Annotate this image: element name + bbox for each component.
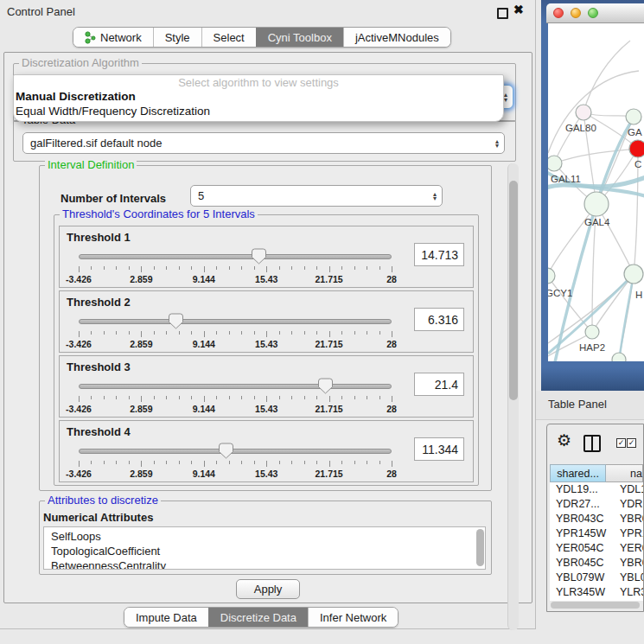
slider-tick xyxy=(379,331,380,335)
apply-button[interactable]: Apply xyxy=(236,579,300,599)
threshold-panel: Threshold 4 -3.4262.8599.14415.4321.7152… xyxy=(59,420,474,482)
gear-icon[interactable]: ⚙ xyxy=(557,430,571,450)
slider-tick xyxy=(304,266,305,270)
slider-tick xyxy=(266,461,267,467)
slider-tick xyxy=(116,461,117,464)
slider-track[interactable] xyxy=(79,384,392,389)
threshold-value-field[interactable]: 6.316 xyxy=(414,308,464,331)
slider-tick xyxy=(241,461,242,464)
column-header-name[interactable]: na xyxy=(606,464,643,482)
table-row[interactable]: YPR145WYPR1 xyxy=(550,526,643,541)
slider-tick xyxy=(354,461,355,464)
panel-scrollbar[interactable] xyxy=(507,163,519,630)
network-node-gcy1[interactable] xyxy=(548,268,555,284)
slider-tick xyxy=(392,396,392,402)
slider-scale-label: 28 xyxy=(386,339,397,349)
slider-track[interactable] xyxy=(79,254,392,259)
threshold-slider[interactable]: -3.4262.8599.14415.4321.71528 xyxy=(79,245,392,285)
network-node-gal4[interactable] xyxy=(584,192,609,216)
slider-tick xyxy=(104,331,105,335)
slider-thumb[interactable] xyxy=(219,443,233,459)
list-scrollbar[interactable] xyxy=(476,529,484,566)
table-row[interactable]: YDL19...YDL1 xyxy=(550,482,643,497)
table-row[interactable]: YIL052CYIL0 xyxy=(550,600,643,601)
tab-label: Cyni Toolbox xyxy=(268,31,332,44)
table-panel-bar: Table Panel xyxy=(536,391,644,420)
cell-shared-name: YBL079W xyxy=(550,571,611,585)
tab-impute-data[interactable]: Impute Data xyxy=(124,608,208,627)
slider-tick xyxy=(79,396,80,402)
threshold-slider[interactable]: -3.4262.8599.14415.4321.71528 xyxy=(79,440,392,480)
tab-discretize-data[interactable]: Discretize Data xyxy=(208,608,308,627)
dropdown-option-manual-discretization[interactable]: Manual Discretization xyxy=(14,89,503,104)
threshold-value-field[interactable]: 11.344 xyxy=(414,437,464,461)
network-node-hap2[interactable] xyxy=(585,325,599,339)
tab-select[interactable]: Select xyxy=(201,28,256,47)
table-data-combobox[interactable]: galFiltered.sif default node ▴▾ xyxy=(22,132,505,154)
slider-track[interactable] xyxy=(79,319,392,324)
dropdown-option-equal-width-frequency-discretization[interactable]: Equal Width/Frequency Discretization xyxy=(14,104,503,118)
network-node-gal80[interactable] xyxy=(576,105,591,120)
slider-tick xyxy=(329,396,330,402)
network-window-titlebar[interactable] xyxy=(546,3,644,23)
restore-window-icon[interactable] xyxy=(497,8,508,19)
slider-tick xyxy=(79,461,80,467)
slider-tick xyxy=(291,396,292,399)
network-canvas[interactable]: GAL80GACGAL11GAL4GCY1HHAP2 xyxy=(548,23,644,361)
zoom-traffic-light-icon[interactable] xyxy=(588,8,598,18)
slider-tick xyxy=(254,266,255,270)
cell-shared-name: YER054C xyxy=(550,541,611,556)
threshold-value-field[interactable]: 14.713 xyxy=(414,243,464,266)
network-node-ga[interactable] xyxy=(626,109,641,124)
slider-scale-label: 2.859 xyxy=(130,469,152,479)
slider-tick xyxy=(104,266,105,270)
table-row[interactable]: YDR27...YDR2 xyxy=(550,497,643,512)
column-header-shared-name[interactable]: shared... xyxy=(550,464,606,482)
network-node-c[interactable] xyxy=(629,140,644,157)
tab-label: Infer Network xyxy=(320,611,386,624)
threshold-slider[interactable]: -3.4262.8599.14415.4321.71528 xyxy=(79,310,392,350)
slider-tick xyxy=(204,461,205,467)
thresholds-group: Threshold's Coordinates for 5 Intervals … xyxy=(54,214,479,486)
checkbox-icon[interactable]: ✓ xyxy=(616,438,626,448)
tab-style[interactable]: Style xyxy=(153,28,201,47)
slider-tick xyxy=(91,331,92,335)
slider-track[interactable] xyxy=(79,449,392,454)
number-of-intervals-combobox[interactable]: 5 ▴▾ xyxy=(190,185,443,207)
threshold-value-field[interactable]: 21.4 xyxy=(414,373,464,396)
slider-scale-label: 15.43 xyxy=(255,469,277,479)
network-node[interactable] xyxy=(612,353,626,361)
minimize-traffic-light-icon[interactable] xyxy=(571,8,581,18)
slider-thumb[interactable] xyxy=(318,378,333,394)
close-traffic-light-icon[interactable] xyxy=(553,8,564,18)
attribute-item-betweennesscentrality[interactable]: BetweennessCentrality xyxy=(51,558,485,570)
checkbox-icon[interactable]: ✓ xyxy=(627,438,636,448)
slider-thumb[interactable] xyxy=(169,313,183,329)
slider-tick xyxy=(354,331,355,335)
threshold-slider[interactable]: -3.4262.8599.14415.4321.71528 xyxy=(79,375,392,415)
table-row[interactable]: YBL079WYBL0 xyxy=(550,571,643,585)
network-node-h[interactable] xyxy=(624,265,643,284)
table-row[interactable]: YBR043CYBR0 xyxy=(550,512,643,526)
tab-infer-network[interactable]: Infer Network xyxy=(308,608,398,627)
attribute-item-selfloops[interactable]: SelfLoops xyxy=(51,529,485,544)
attribute-item-topologicalcoefficient[interactable]: TopologicalCoefficient xyxy=(51,544,485,558)
slider-thumb[interactable] xyxy=(252,248,266,265)
table-row[interactable]: YBR045CYBR0 xyxy=(550,556,643,571)
slider-tick xyxy=(279,396,280,399)
table-horizontal-scrollbar[interactable] xyxy=(551,602,640,609)
scrollbar-thumb[interactable] xyxy=(509,181,518,400)
split-view-icon[interactable] xyxy=(583,435,601,452)
tab-network[interactable]: Network xyxy=(73,28,153,47)
cell-shared-name: YLR345W xyxy=(550,585,611,600)
numerical-attributes-list[interactable]: SelfLoopsTopologicalCoefficientBetweenne… xyxy=(43,526,486,570)
tab-label: jActiveMNodules xyxy=(355,31,439,44)
table-row[interactable]: YER054CYER0 xyxy=(550,541,643,556)
tab-cyni-toolbox[interactable]: Cyni Toolbox xyxy=(256,28,343,47)
network-node-gal11[interactable] xyxy=(548,156,562,171)
slider-tick xyxy=(191,461,192,464)
close-window-icon[interactable]: ✖ xyxy=(513,3,524,16)
table-row[interactable]: YLR345WYLR3 xyxy=(550,585,643,600)
cell-name: YIL0 xyxy=(611,600,643,601)
tab-jactivemnodules[interactable]: jActiveMNodules xyxy=(343,28,450,47)
